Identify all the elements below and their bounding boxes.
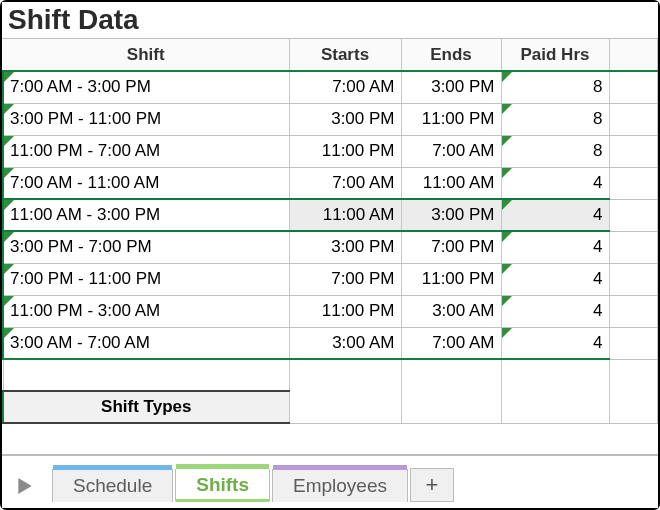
cell-paid[interactable]: 4 bbox=[501, 167, 609, 199]
cell-blank[interactable] bbox=[609, 199, 658, 231]
cell-blank[interactable] bbox=[501, 391, 609, 423]
cell-ends[interactable]: 7:00 AM bbox=[401, 135, 501, 167]
cell-paid[interactable]: 4 bbox=[501, 295, 609, 327]
cell-shift[interactable]: 3:00 PM - 11:00 PM bbox=[3, 103, 289, 135]
cell-starts[interactable]: 7:00 AM bbox=[289, 167, 401, 199]
cell-paid[interactable]: 8 bbox=[501, 71, 609, 103]
table-row[interactable]: 7:00 AM - 11:00 AM 7:00 AM 11:00 AM 4 bbox=[3, 167, 658, 199]
cell-ends[interactable]: 3:00 PM bbox=[401, 71, 501, 103]
tab-add-sheet[interactable]: + bbox=[410, 468, 454, 502]
cell-blank[interactable] bbox=[609, 327, 658, 359]
cell-ends[interactable]: 7:00 AM bbox=[401, 327, 501, 359]
sheet-area[interactable]: Shift Starts Ends Paid Hrs 7:00 AM - 3:0… bbox=[2, 39, 658, 454]
cell-ends[interactable]: 11:00 PM bbox=[401, 103, 501, 135]
cell-shift[interactable]: 3:00 AM - 7:00 AM bbox=[3, 327, 289, 359]
table-row[interactable]: 3:00 PM - 7:00 PM 3:00 PM 7:00 PM 4 bbox=[3, 231, 658, 263]
table-row[interactable]: 3:00 AM - 7:00 AM 3:00 AM 7:00 AM 4 bbox=[3, 327, 658, 359]
cell-shift[interactable]: 11:00 PM - 7:00 AM bbox=[3, 135, 289, 167]
header-row: Shift Starts Ends Paid Hrs bbox=[3, 39, 658, 71]
cell-shift[interactable]: 7:00 AM - 11:00 AM bbox=[3, 167, 289, 199]
spreadsheet-frame: Shift Data Shift Starts Ends Paid Hrs 7:… bbox=[0, 0, 660, 510]
tab-color-bar bbox=[273, 465, 407, 470]
table-row[interactable]: 7:00 PM - 11:00 PM 7:00 PM 11:00 PM 4 bbox=[3, 263, 658, 295]
tab-shifts[interactable]: Shifts bbox=[175, 469, 270, 502]
cell-starts[interactable]: 11:00 AM bbox=[289, 199, 401, 231]
cell-blank[interactable] bbox=[401, 391, 501, 423]
cell-shift[interactable]: 11:00 AM - 3:00 PM bbox=[3, 199, 289, 231]
col-starts[interactable]: Starts bbox=[289, 39, 401, 71]
table-row[interactable]: 11:00 PM - 3:00 AM 11:00 PM 3:00 AM 4 bbox=[3, 295, 658, 327]
tab-label: Schedule bbox=[73, 475, 152, 497]
cell-starts[interactable]: 7:00 PM bbox=[289, 263, 401, 295]
cell-paid[interactable]: 4 bbox=[501, 263, 609, 295]
cell-paid[interactable]: 4 bbox=[501, 231, 609, 263]
cell-paid[interactable]: 8 bbox=[501, 135, 609, 167]
plus-icon: + bbox=[426, 472, 439, 498]
cell-starts[interactable]: 3:00 AM bbox=[289, 327, 401, 359]
cell-ends[interactable]: 11:00 AM bbox=[401, 167, 501, 199]
tab-label: Shifts bbox=[196, 474, 249, 496]
cell-shift[interactable]: 11:00 PM - 3:00 AM bbox=[3, 295, 289, 327]
cell-blank[interactable] bbox=[501, 359, 609, 391]
cell-starts[interactable]: 3:00 PM bbox=[289, 231, 401, 263]
tab-label: Employees bbox=[293, 475, 387, 497]
col-blank bbox=[609, 39, 658, 71]
cell-ends[interactable]: 11:00 PM bbox=[401, 263, 501, 295]
cell-blank[interactable] bbox=[401, 359, 501, 391]
svg-marker-0 bbox=[18, 478, 31, 494]
table-row[interactable]: 11:00 PM - 7:00 AM 11:00 PM 7:00 AM 8 bbox=[3, 135, 658, 167]
cell-blank[interactable] bbox=[609, 359, 658, 391]
table-body: 7:00 AM - 3:00 PM 7:00 AM 3:00 PM 8 3:00… bbox=[3, 71, 658, 423]
cell-shift[interactable]: 7:00 PM - 11:00 PM bbox=[3, 263, 289, 295]
cell-starts[interactable]: 11:00 PM bbox=[289, 295, 401, 327]
empty-row[interactable] bbox=[3, 359, 658, 391]
col-paid[interactable]: Paid Hrs bbox=[501, 39, 609, 71]
cell-ends[interactable]: 3:00 PM bbox=[401, 199, 501, 231]
cell-blank[interactable] bbox=[609, 103, 658, 135]
cell-ends[interactable]: 7:00 PM bbox=[401, 231, 501, 263]
shift-types-cell[interactable]: Shift Types bbox=[3, 391, 289, 423]
sheet-tab-bar: Schedule Shifts Employees + bbox=[2, 454, 658, 508]
shift-table: Shift Starts Ends Paid Hrs 7:00 AM - 3:0… bbox=[2, 39, 658, 424]
cell-blank[interactable] bbox=[609, 295, 658, 327]
table-row[interactable]: 7:00 AM - 3:00 PM 7:00 AM 3:00 PM 8 bbox=[3, 71, 658, 103]
cell-blank[interactable] bbox=[289, 359, 401, 391]
tab-color-bar bbox=[53, 465, 172, 470]
cell-blank[interactable] bbox=[289, 391, 401, 423]
cell-starts[interactable]: 7:00 AM bbox=[289, 71, 401, 103]
cell-starts[interactable]: 11:00 PM bbox=[289, 135, 401, 167]
cell-blank[interactable] bbox=[609, 71, 658, 103]
tab-color-bar bbox=[176, 464, 269, 469]
cell-blank[interactable] bbox=[609, 231, 658, 263]
tab-schedule[interactable]: Schedule bbox=[52, 469, 173, 502]
page-title: Shift Data bbox=[2, 2, 658, 39]
cell-blank[interactable] bbox=[609, 391, 658, 423]
cell-shift[interactable]: 3:00 PM - 7:00 PM bbox=[3, 231, 289, 263]
cell-shift[interactable]: 7:00 AM - 3:00 PM bbox=[3, 71, 289, 103]
col-ends[interactable]: Ends bbox=[401, 39, 501, 71]
shift-types-row[interactable]: Shift Types bbox=[3, 391, 658, 423]
table-row-selected[interactable]: 11:00 AM - 3:00 PM 11:00 AM 3:00 PM 4 bbox=[3, 199, 658, 231]
tab-employees[interactable]: Employees bbox=[272, 469, 408, 502]
cell-paid[interactable]: 4 bbox=[501, 327, 609, 359]
cell-blank[interactable] bbox=[609, 263, 658, 295]
cell-paid[interactable]: 8 bbox=[501, 103, 609, 135]
cell-blank[interactable] bbox=[609, 135, 658, 167]
cell-starts[interactable]: 3:00 PM bbox=[289, 103, 401, 135]
tab-nav-button[interactable] bbox=[8, 470, 42, 502]
table-row[interactable]: 3:00 PM - 11:00 PM 3:00 PM 11:00 PM 8 bbox=[3, 103, 658, 135]
cell-ends[interactable]: 3:00 AM bbox=[401, 295, 501, 327]
play-icon bbox=[18, 478, 32, 494]
cell-blank[interactable] bbox=[609, 167, 658, 199]
cell-paid[interactable]: 4 bbox=[501, 199, 609, 231]
cell-blank[interactable] bbox=[3, 359, 289, 391]
col-shift[interactable]: Shift bbox=[3, 39, 289, 71]
